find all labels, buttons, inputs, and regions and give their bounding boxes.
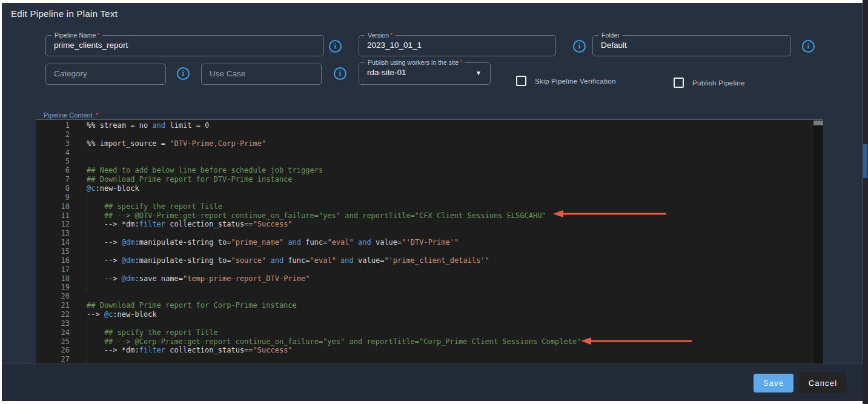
pipeline-name-field[interactable]: Pipeline Name* prime_clients_report: [45, 35, 324, 56]
code-line: 1%% stream = no and limit = 0: [36, 121, 813, 130]
line-number: 2: [36, 130, 70, 139]
editor-scrollbar[interactable]: [813, 120, 823, 363]
page-scrollbar[interactable]: [863, 0, 868, 404]
required-marker: *: [96, 111, 98, 119]
code-line: 7## Download Prime report for DTV-Prime …: [36, 175, 813, 184]
code-line: 19: [36, 283, 813, 292]
code-line: 3%% import_source = "DTV-Prime,Corp-Prim…: [36, 139, 813, 148]
code-line: 15: [36, 247, 813, 256]
code-line: 14 --> @dm:manipulate-string to="prime_n…: [36, 238, 813, 247]
code-line: 11 ## --> @DTV-Prime:get-report continue…: [36, 211, 813, 220]
pipeline-content-label: Pipeline Content *: [44, 111, 98, 119]
line-number: 19: [36, 283, 70, 292]
line-number: 4: [36, 148, 70, 157]
use-case-placeholder: Use Case: [210, 69, 245, 78]
line-number: 26: [36, 346, 70, 355]
line-number: 16: [36, 256, 70, 265]
publish-pipeline-label: Publish Pipeline: [692, 79, 745, 87]
indent-guide: [87, 319, 87, 363]
line-number: 21: [36, 301, 70, 310]
line-number: 25: [36, 337, 70, 346]
version-value: 2023_10_01_1: [367, 41, 422, 50]
pipeline-name-value: prime_clients_report: [54, 41, 128, 50]
code-line: 9: [36, 193, 813, 202]
line-number: 23: [36, 319, 70, 328]
category-info-icon[interactable]: i: [177, 67, 190, 80]
line-number: 20: [36, 292, 70, 301]
code-line: 27: [36, 355, 813, 363]
code-line: 13: [36, 229, 813, 238]
code-line: 26 --> *dm:filter collection_status=="Su…: [36, 346, 813, 355]
code-line: 22--> @c:new-block: [36, 310, 813, 319]
pipeline-name-info-icon[interactable]: i: [329, 40, 342, 53]
line-number: 1: [36, 121, 70, 130]
line-number: 6: [36, 166, 70, 175]
pipeline-name-label: Pipeline Name*: [51, 31, 102, 39]
code-line: 2: [36, 130, 813, 139]
line-number: 17: [36, 265, 70, 274]
annotation-arrow-line-25: [580, 337, 694, 345]
line-number: 3: [36, 139, 70, 148]
line-number: 18: [36, 274, 70, 283]
category-field[interactable]: Category: [45, 64, 166, 85]
code-line: 10 ## specify the report Title: [36, 202, 813, 211]
code-line: 4: [36, 148, 813, 157]
site-dropdown[interactable]: Publish using workers in the site* rda-s…: [359, 62, 491, 85]
required-marker: *: [460, 59, 462, 66]
version-label: Version*: [365, 31, 396, 39]
line-number: 22: [36, 310, 70, 319]
folder-field[interactable]: Folder Default: [592, 35, 791, 56]
code-line: 8@c:new-block: [36, 184, 813, 193]
line-number: 15: [36, 247, 70, 256]
line-number: 12: [36, 220, 70, 229]
version-field[interactable]: Version* 2023_10_01_1: [359, 35, 556, 56]
folder-value: Default: [601, 41, 627, 50]
code-line: 24 ## spcify the report Title: [36, 328, 813, 337]
code-line: 5: [36, 157, 813, 166]
page-scrollbar-thumb[interactable]: [863, 144, 867, 178]
line-number: 9: [36, 193, 70, 202]
folder-info-icon[interactable]: i: [802, 40, 815, 53]
editor-scrollbar-thumb[interactable]: [813, 121, 823, 125]
publish-pipeline-checkbox[interactable]: [674, 78, 684, 88]
required-marker: *: [390, 31, 393, 39]
line-number: 13: [36, 229, 70, 238]
skip-verification-checkbox[interactable]: [516, 76, 526, 86]
line-number: 24: [36, 328, 70, 337]
line-number: 8: [36, 184, 70, 193]
line-number: 7: [36, 175, 70, 184]
cancel-button[interactable]: Cancel: [800, 373, 846, 393]
code-line: 12 --> *dm:filter collection_status=="Su…: [36, 220, 813, 229]
required-marker: *: [97, 31, 99, 39]
use-case-field[interactable]: Use Case: [201, 64, 322, 85]
save-button[interactable]: Save: [754, 374, 793, 392]
line-number: 5: [36, 157, 70, 166]
code-line: 18 --> @dm:save name="temp-prime-report_…: [36, 274, 813, 283]
code-line: 16 --> @dm:manipulate-string to="source"…: [36, 256, 813, 265]
site-label: Publish using workers in the site*: [365, 59, 465, 66]
line-number: 10: [36, 202, 70, 211]
site-value: rda-site-01: [367, 68, 406, 77]
code-line: 21## Download Prime report for Corp-Prim…: [36, 301, 813, 310]
chevron-down-icon[interactable]: ▼: [475, 70, 482, 76]
code-line: 23: [36, 319, 813, 328]
version-info-icon[interactable]: i: [573, 40, 586, 53]
annotation-arrow-line-11: [552, 210, 669, 218]
modal-footer: [2, 363, 863, 401]
folder-label: Folder: [598, 31, 623, 39]
line-number: 11: [36, 211, 70, 220]
code-line: 17: [36, 265, 813, 274]
code-line: 25 ## --> @Corp-Prime:get-report continu…: [36, 337, 813, 346]
indent-guide: [87, 193, 87, 292]
modal-title: Edit Pipeline in Plain Text: [11, 8, 118, 19]
category-placeholder: Category: [54, 69, 87, 78]
line-number: 27: [36, 355, 70, 363]
code-line: 6## Need to add below line before schedu…: [36, 166, 813, 175]
code-line: 20: [36, 292, 813, 301]
code-lines: 1%% stream = no and limit = 023%% import…: [36, 121, 813, 363]
skip-verification-label: Skip Pipeline Verification: [535, 78, 616, 85]
use-case-info-icon[interactable]: i: [334, 67, 346, 80]
line-number: 14: [36, 238, 70, 247]
pipeline-content-editor[interactable]: 1%% stream = no and limit = 023%% import…: [36, 119, 823, 363]
